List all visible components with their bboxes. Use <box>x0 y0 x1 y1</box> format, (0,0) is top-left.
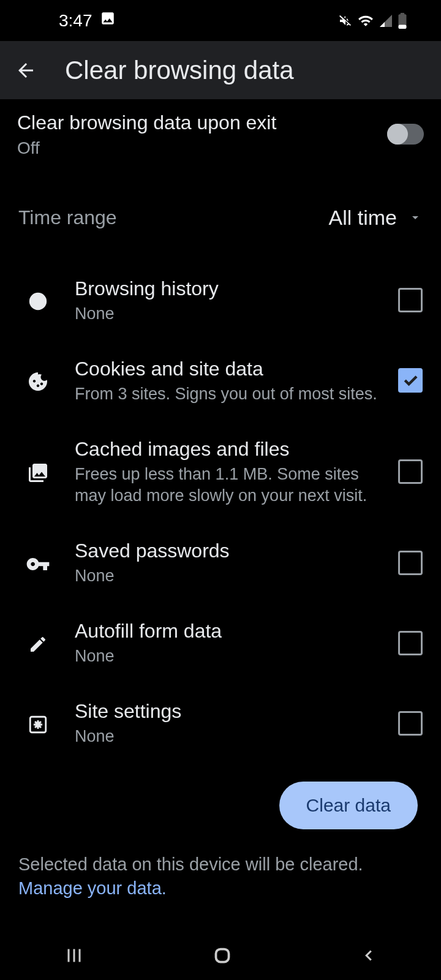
item-title: Cached images and files <box>75 437 386 461</box>
item-title: Site settings <box>75 699 386 723</box>
item-checkbox[interactable] <box>398 551 423 575</box>
screenshot-icon <box>100 10 116 31</box>
svg-rect-1 <box>401 13 405 15</box>
item-subtitle: None <box>75 565 386 587</box>
item-title: Browsing history <box>75 276 386 301</box>
item-cached-images[interactable]: Cached images and files Frees up less th… <box>0 421 441 522</box>
svg-rect-8 <box>216 949 229 962</box>
battery-icon <box>398 13 407 29</box>
status-bar: 3:47 <box>0 0 441 41</box>
time-range-value: All time <box>329 206 397 230</box>
status-left: 3:47 <box>59 10 116 31</box>
time-range-label: Time range <box>18 206 329 229</box>
item-site-settings[interactable]: Site settings None <box>0 683 441 763</box>
item-title: Autofill form data <box>75 619 386 643</box>
item-checkbox[interactable] <box>398 368 423 393</box>
wifi-icon <box>358 13 374 29</box>
clear-on-exit-title: Clear browsing data upon exit <box>17 110 387 136</box>
item-autofill[interactable]: Autofill form data None <box>0 603 441 683</box>
clock-icon <box>17 288 59 312</box>
status-time: 3:47 <box>59 11 92 31</box>
signal-icon <box>379 13 393 28</box>
content: Clear browsing data upon exit Off Time r… <box>0 99 441 907</box>
item-checkbox[interactable] <box>398 631 423 655</box>
item-browsing-history[interactable]: Browsing history None <box>0 260 441 341</box>
home-button[interactable] <box>211 944 233 967</box>
item-saved-passwords[interactable]: Saved passwords None <box>0 522 441 603</box>
item-subtitle: Frees up less than 1.1 MB. Some sites ma… <box>75 464 386 507</box>
gear-card-icon <box>17 712 59 735</box>
item-title: Saved passwords <box>75 538 386 563</box>
manage-data-link[interactable]: Manage your data. <box>18 878 167 898</box>
item-checkbox[interactable] <box>398 459 423 484</box>
data-type-list: Browsing history None Cookies and site d… <box>0 248 441 764</box>
footer-message: Selected data on this device will be cle… <box>18 854 363 874</box>
svg-rect-2 <box>399 24 407 29</box>
back-button[interactable] <box>11 56 40 85</box>
item-subtitle: None <box>75 646 386 667</box>
mute-icon <box>338 13 353 28</box>
clear-on-exit-switch[interactable] <box>387 124 424 145</box>
page-title: Clear browsing data <box>65 56 294 85</box>
chevron-down-icon <box>408 210 423 225</box>
item-subtitle: None <box>75 303 386 325</box>
item-checkbox[interactable] <box>398 711 423 736</box>
footer-text: Selected data on this device will be cle… <box>0 835 441 907</box>
clear-on-exit-row[interactable]: Clear browsing data upon exit Off <box>0 99 441 169</box>
svg-point-4 <box>36 722 40 726</box>
recents-button[interactable] <box>63 944 85 967</box>
nav-bar <box>0 931 441 980</box>
app-bar: Clear browsing data <box>0 41 441 99</box>
item-checkbox[interactable] <box>398 288 423 312</box>
action-row: Clear data <box>0 763 441 835</box>
item-title: Cookies and site data <box>75 356 386 381</box>
status-right <box>338 13 407 29</box>
cookie-icon <box>17 368 59 393</box>
back-nav-button[interactable] <box>360 946 378 965</box>
time-range-selector[interactable]: Time range All time <box>0 169 441 248</box>
key-icon <box>17 549 59 576</box>
item-subtitle: From 3 sites. Signs you out of most site… <box>75 383 386 405</box>
pencil-icon <box>17 632 59 654</box>
item-subtitle: None <box>75 726 386 747</box>
item-cookies[interactable]: Cookies and site data From 3 sites. Sign… <box>0 341 441 421</box>
image-icon <box>17 459 59 484</box>
clear-data-button[interactable]: Clear data <box>279 782 418 829</box>
clear-on-exit-state: Off <box>17 138 387 158</box>
